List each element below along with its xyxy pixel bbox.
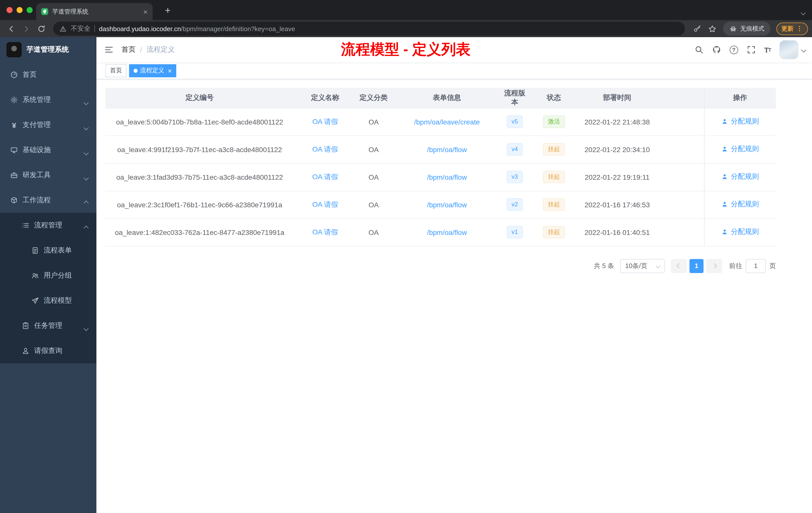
tags-view: 首页 流程定义 × [96,62,812,79]
sidebar-item-user-group[interactable]: 用户分组 [0,263,96,288]
definition-name-link[interactable]: OA 请假 [312,200,338,208]
chevron-up-icon [84,198,88,206]
sidebar-item-process-management[interactable]: 流程管理 [0,213,96,238]
assign-rule-button[interactable]: 分配规则 [721,145,759,154]
sidebar-item-workflow[interactable]: 工作流程 [0,188,96,213]
definition-name-link[interactable]: OA 请假 [312,173,338,180]
sidebar-item-leave-query[interactable]: 请假查询 [0,338,96,363]
reload-button[interactable] [34,22,48,36]
tag-active-dot [134,68,138,72]
form-link[interactable]: /bpm/oa/leave/create [414,118,480,126]
sidebar-item-label: 任务管理 [34,321,62,330]
github-icon[interactable] [712,45,721,54]
close-window-button[interactable] [6,7,12,13]
update-label: 更新 [781,24,793,33]
page-size-select[interactable]: 10条/页 [620,259,665,273]
definition-name-link[interactable]: OA 请假 [312,117,338,125]
chrome-update-button[interactable]: 更新 [776,22,808,35]
main-area: 首页 / 流程定义 流程模型 - 定义列表 ? TT [96,37,812,513]
form-link[interactable]: /bpm/oa/flow [427,228,467,236]
sidebar-item-label: 流程模型 [44,296,72,305]
cell-category: OA [356,191,391,218]
cell-filler [653,191,704,218]
menu-dots-icon [796,25,803,32]
status-badge: 挂起 [543,226,565,238]
font-size-icon[interactable]: TT [764,46,771,54]
sidebar-item-payment[interactable]: ¥ 支付管理 [0,113,96,138]
assign-rule-button[interactable]: 分配规则 [721,200,759,209]
page-size-value: 10条/页 [625,261,647,270]
form-link[interactable]: /bpm/oa/flow [427,145,467,153]
help-icon[interactable]: ? [729,46,738,54]
password-key-icon[interactable] [690,22,704,36]
form-link[interactable]: /bpm/oa/flow [427,173,467,181]
table-row: oa_leave:5:004b710b-7b8a-11ec-8ef0-acde4… [106,108,776,135]
next-page-button[interactable] [706,259,722,273]
tab-search-chevron-icon[interactable] [802,7,805,17]
browser-toolbar: 不安全 dashboard.yudao.iocoder.cn/bpm/manag… [0,20,812,37]
back-button[interactable] [4,22,18,36]
cell-filler [653,108,704,135]
fullscreen-icon[interactable] [747,45,755,54]
sidebar-item-process-form[interactable]: 流程表单 [0,238,96,263]
assign-rule-button[interactable]: 分配规则 [721,228,759,236]
table-row: oa_leave:3:1fad3d93-7b75-11ec-a3c8-acde4… [106,163,776,191]
status-badge: 挂起 [543,143,565,156]
table-row: oa_leave:1:482ec033-762a-11ec-8477-a2380… [106,218,776,246]
breadcrumb-home[interactable]: 首页 [121,45,136,54]
tab-favicon-icon [41,8,48,15]
sidebar-item-infrastructure[interactable]: 基础设施 [0,138,96,163]
sidebar-item-system[interactable]: 系统管理 [0,87,96,113]
cube-icon [10,196,18,204]
bookmark-star-icon[interactable] [705,22,719,36]
url-domain: dashboard.yudao.iocoder.cn [99,25,181,32]
sidebar-item-task-management[interactable]: 任务管理 [0,313,96,338]
cell-deploy-time: 2022-01-22 19:19:11 [581,163,653,191]
tag-home[interactable]: 首页 [106,64,126,77]
content-area: 定义编号 定义名称 定义分类 表单信息 流程版本 状态 部署时间 操作 [96,79,812,513]
goto-page-input[interactable] [746,259,766,273]
incognito-badge[interactable]: 无痕模式 [723,22,770,36]
sidebar-item-process-model[interactable]: 流程模型 [0,288,96,313]
definition-table: 定义编号 定义名称 定义分类 表单信息 流程版本 状态 部署时间 操作 [106,88,776,246]
form-link[interactable]: /bpm/oa/flow [427,201,467,209]
pagination: 共 5 条 10条/页 1 前往 页 [106,259,776,273]
page-unit-label: 页 [769,261,776,270]
page-number-button[interactable]: 1 [690,259,703,273]
sidebar-item-dev-tools[interactable]: 研发工具 [0,163,96,188]
version-badge: v2 [506,198,523,211]
user-menu[interactable] [779,40,806,59]
tag-close-icon[interactable]: × [168,67,172,74]
workflow-submenu: 流程管理 流程表单 用户分组 [0,213,96,363]
cell-category: OA [356,163,391,191]
cell-definition-id: oa_leave:2:3c1f0ef1-76b1-11ec-9c66-a2380… [106,191,294,218]
tag-label: 首页 [110,66,122,75]
version-badge: v1 [506,226,523,238]
new-tab-button[interactable]: + [162,4,174,17]
app-logo[interactable]: 芋道管理系统 [0,37,96,62]
assign-rule-button[interactable]: 分配规则 [721,117,759,126]
zoom-window-button[interactable] [27,7,33,13]
minimize-window-button[interactable] [17,7,23,13]
assign-rule-button[interactable]: 分配规则 [721,172,759,181]
cell-category: OA [356,135,391,163]
status-badge: 挂起 [543,198,565,211]
document-icon [31,246,39,254]
column-header: 部署时间 [581,88,653,108]
address-bar[interactable]: 不安全 dashboard.yudao.iocoder.cn/bpm/manag… [53,22,685,36]
definition-name-link[interactable]: OA 请假 [312,228,338,236]
definition-name-link[interactable]: OA 请假 [312,145,338,153]
prev-page-button[interactable] [671,259,687,273]
forward-button[interactable] [19,22,33,36]
tab-close-icon[interactable]: × [143,8,148,15]
sidebar-collapse-icon[interactable] [96,37,121,62]
column-header: 状态 [526,88,581,108]
page-url: dashboard.yudao.iocoder.cn/bpm/manager/d… [99,25,295,32]
sidebar-item-label: 用户分组 [44,271,72,280]
tag-process-definition[interactable]: 流程定义 × [129,64,176,77]
sidebar-item-home[interactable]: 首页 [0,62,96,87]
search-icon[interactable] [694,45,703,54]
column-header: 定义名称 [294,88,356,108]
browser-tab[interactable]: 芋道管理系统 × [36,3,153,20]
version-badge: v3 [506,171,523,183]
